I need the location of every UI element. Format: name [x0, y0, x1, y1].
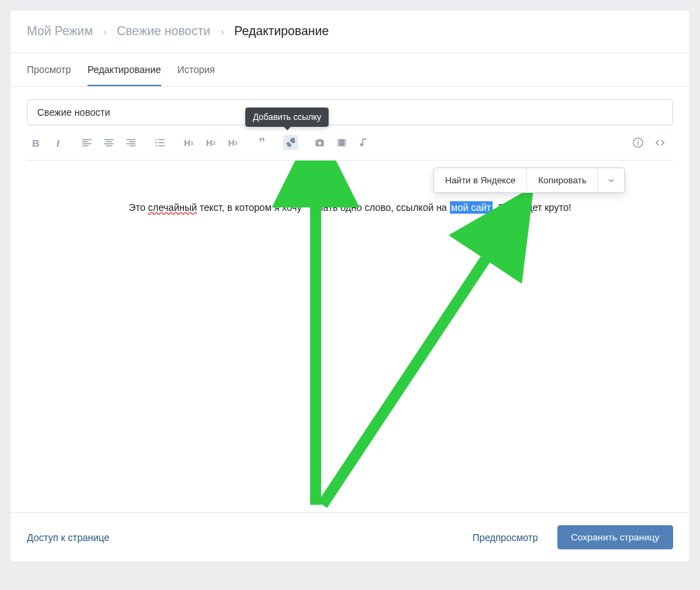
align-right-button[interactable]: [123, 135, 138, 150]
text-segment: текст, в котором я хочу елать одно слово…: [197, 202, 450, 213]
annotation-arrows: [27, 161, 673, 512]
misspelled-word[interactable]: слечайный: [148, 202, 197, 213]
chevron-right-icon: ›: [220, 26, 224, 37]
link-tooltip: Добавить ссылку: [245, 108, 329, 127]
editor-card: Мой Режим › Свежие новости › Редактирова…: [10, 10, 690, 562]
svg-line-7: [322, 223, 509, 505]
quote-button[interactable]: ”: [254, 135, 269, 150]
svg-point-1: [156, 142, 157, 143]
heading3-button[interactable]: H3: [225, 135, 240, 150]
heading1-button[interactable]: H1: [181, 135, 196, 150]
tab-edit[interactable]: Редактирование: [88, 53, 161, 86]
breadcrumb: Мой Режим › Свежие новости › Редактирова…: [10, 10, 690, 53]
code-button[interactable]: [652, 135, 668, 150]
italic-button[interactable]: I: [50, 135, 65, 150]
editor-area: B I H1 H2 H3 ” До: [10, 87, 690, 512]
svg-point-0: [156, 139, 157, 140]
context-menu-search-yandex[interactable]: Найти в Яндексе: [434, 168, 527, 192]
svg-point-2: [156, 145, 157, 146]
tab-history[interactable]: История: [178, 53, 215, 86]
video-button[interactable]: [334, 135, 349, 150]
tabs: Просмотр Редактирование История: [10, 53, 690, 87]
page-title-input[interactable]: [27, 99, 673, 125]
footer: Доступ к странице Предпросмотр Сохранить…: [10, 512, 690, 562]
link-button[interactable]: [283, 135, 298, 150]
context-menu-copy[interactable]: Копировать: [527, 168, 598, 192]
svg-point-5: [637, 140, 639, 141]
heading2-button[interactable]: H2: [203, 135, 218, 150]
breadcrumb-item-news[interactable]: Свежие новости: [116, 24, 210, 38]
editor-content[interactable]: Найти в Яндексе Копировать Это слечайный…: [27, 161, 673, 512]
align-left-button[interactable]: [79, 135, 94, 150]
text-segment: . Это будет круто!: [493, 202, 572, 213]
preview-link[interactable]: Предпросмотр: [473, 532, 538, 543]
info-button[interactable]: [630, 135, 646, 150]
breadcrumb-item-mode[interactable]: Мой Режим: [27, 24, 93, 38]
photo-button[interactable]: [312, 135, 327, 150]
context-menu: Найти в Яндексе Копировать: [433, 167, 625, 193]
save-button[interactable]: Сохранить страницу: [557, 525, 673, 549]
chevron-right-icon: ›: [103, 26, 107, 37]
audio-button[interactable]: [356, 135, 371, 150]
chevron-down-icon: [606, 176, 616, 185]
tab-view[interactable]: Просмотр: [27, 53, 71, 86]
svg-point-3: [318, 142, 322, 145]
bold-button[interactable]: B: [28, 135, 43, 150]
align-center-button[interactable]: [101, 135, 116, 150]
text-segment: Это: [129, 202, 148, 213]
selected-text[interactable]: мой сайт: [450, 201, 493, 214]
toolbar: B I H1 H2 H3 ” До: [27, 125, 673, 161]
access-link[interactable]: Доступ к странице: [27, 532, 110, 543]
context-menu-more[interactable]: [598, 168, 624, 192]
list-button[interactable]: [152, 135, 167, 150]
breadcrumb-item-current: Редактирование: [234, 24, 329, 38]
content-paragraph[interactable]: Это слечайный текст, в котором я хочу ел…: [46, 202, 654, 213]
